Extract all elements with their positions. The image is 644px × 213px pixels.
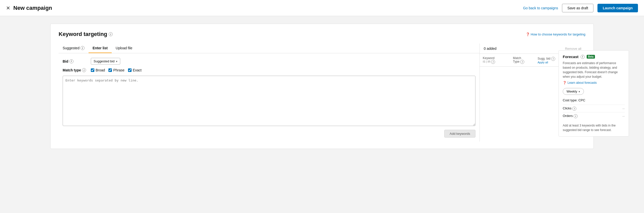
forecast-learn-link-text: Learn about forecasts (568, 81, 597, 84)
go-back-link[interactable]: Go back to campaigns (523, 6, 558, 10)
forecast-description: Forecasts are estimates of performance b… (563, 61, 625, 79)
tab-upload-file[interactable]: Upload file (112, 44, 136, 53)
orders-value: -- (622, 114, 625, 118)
forecast-title: Forecast (563, 55, 579, 59)
top-bar: ✕ New campaign Go back to campaigns Save… (0, 0, 644, 16)
forecast-card: Forecast i Beta Forecasts are estimates … (558, 50, 629, 137)
orders-info-icon[interactable]: i (574, 114, 578, 118)
top-section: Suggested i Enter list Upload file 0 add… (59, 44, 585, 54)
sugg-bid-info-icon[interactable]: i (551, 57, 555, 61)
keyword-targeting-info-icon[interactable]: i (109, 32, 113, 36)
question-circle-icon: ❓ (526, 32, 530, 36)
match-type-exact[interactable]: Exact (128, 68, 142, 72)
clicks-metric-row: Clicks i -- (563, 105, 625, 112)
bid-label: Bid i (63, 59, 88, 63)
added-count: 0 added (484, 47, 497, 51)
col-keyword-header: Keyword IS | IR i (483, 56, 511, 64)
phrase-checkbox[interactable] (108, 68, 112, 72)
forecast-info-icon[interactable]: i (581, 55, 585, 59)
tabs: Suggested i Enter list Upload file (59, 44, 479, 53)
exact-label: Exact (133, 68, 142, 72)
weekly-dropdown-button[interactable]: Weekly (563, 88, 584, 95)
forecast-learn-link[interactable]: ❓ Learn about forecasts (563, 81, 625, 84)
match-type-checkboxes: Broad Phrase Exact (91, 68, 142, 72)
broad-label: Broad (96, 68, 105, 72)
close-icon[interactable]: ✕ (6, 5, 10, 11)
launch-campaign-button[interactable]: Launch campaign (597, 4, 638, 12)
bid-dropdown-label: Suggested bid (94, 59, 114, 63)
clicks-value: -- (622, 107, 625, 110)
card-title-text: Keyword targeting (59, 31, 107, 37)
save-draft-button[interactable]: Save as draft (562, 4, 593, 12)
broad-checkbox[interactable] (91, 68, 94, 72)
keyword-textarea[interactable] (63, 76, 475, 126)
orders-label: Orders i (563, 114, 578, 118)
tab-suggested-label: Suggested (63, 46, 79, 50)
match-type-row: Match type i Broad Phrase (63, 68, 475, 72)
tab-enter-list-label: Enter list (93, 46, 108, 50)
main-content: Keyword targeting i ❓ How to choose keyw… (0, 16, 644, 156)
match-type-info-icon[interactable]: i (82, 68, 86, 72)
tab-enter-list[interactable]: Enter list (89, 44, 112, 53)
match-type-label: Match type i (63, 68, 88, 72)
cost-type-row: Cost type: CPC (563, 98, 625, 102)
clicks-info-icon[interactable]: i (572, 107, 576, 111)
bid-dropdown-button[interactable]: Suggested bid (91, 58, 120, 65)
phrase-label: Phrase (113, 68, 124, 72)
forecast-note: Add at least 3 keywords with bids in the… (563, 123, 625, 132)
match-type-col-info-icon[interactable]: i (520, 60, 524, 64)
weekly-chevron-icon (579, 90, 580, 93)
match-type-col-sub: Type i (513, 60, 536, 64)
beta-badge: Beta (587, 55, 595, 59)
help-link[interactable]: ❓ How to choose keywords for targeting (526, 32, 586, 36)
forecast-title-row: Forecast i Beta (563, 55, 625, 59)
weekly-label: Weekly (567, 90, 577, 93)
match-type-phrase[interactable]: Phrase (108, 68, 124, 72)
keyword-body: Bid i Suggested bid Match type i (59, 54, 585, 142)
top-bar-right: Go back to campaigns Save as draft Launc… (523, 4, 638, 12)
remove-all-button[interactable]: Remove all (565, 47, 581, 51)
keyword-input-area: Bid i Suggested bid Match type i (59, 54, 480, 142)
forecast-panel: Forecast i Beta Forecasts are estimates … (558, 50, 629, 137)
match-type-col-label: Match (513, 56, 536, 60)
tab-suggested[interactable]: Suggested i (59, 44, 89, 53)
add-keywords-button[interactable]: Add keywords (444, 130, 475, 138)
keyword-col-sub: IS | IR i (483, 60, 511, 64)
match-type-broad[interactable]: Broad (91, 68, 105, 72)
col-match-header: Match Type i (513, 56, 536, 64)
card-title: Keyword targeting i (59, 31, 113, 37)
exact-checkbox[interactable] (128, 68, 132, 72)
suggested-info-icon[interactable]: i (80, 46, 85, 50)
keyword-targeting-card: Keyword targeting i ❓ How to choose keyw… (50, 24, 594, 149)
keyword-sub-info-icon[interactable]: i (491, 60, 495, 64)
question-icon-forecast: ❓ (563, 81, 567, 84)
bid-row: Bid i Suggested bid (63, 58, 475, 65)
tabs-col: Suggested i Enter list Upload file (59, 44, 480, 54)
top-bar-left: ✕ New campaign (6, 5, 52, 11)
card-header: Keyword targeting i ❓ How to choose keyw… (59, 31, 585, 37)
cost-type-label: Cost type: CPC (563, 98, 585, 102)
chevron-down-icon (116, 59, 117, 63)
page-title: New campaign (13, 5, 52, 11)
keyword-col-label: Keyword (483, 56, 511, 60)
tab-upload-file-label: Upload file (116, 46, 132, 50)
bid-info-icon[interactable]: i (69, 59, 73, 63)
help-link-text: How to choose keywords for targeting (531, 32, 586, 36)
orders-metric-row: Orders i -- (563, 112, 625, 120)
clicks-label: Clicks i (563, 106, 576, 111)
